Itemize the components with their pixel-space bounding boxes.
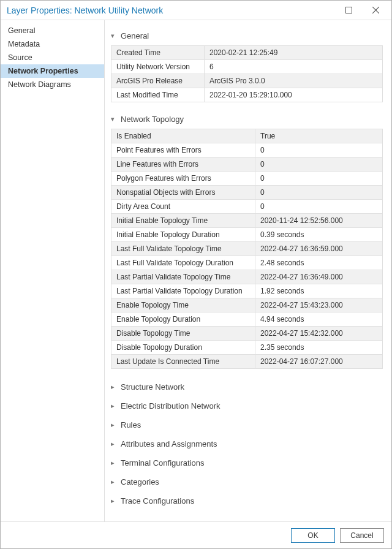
ok-button[interactable]: OK [291, 528, 335, 543]
sidebar-item-metadata[interactable]: Metadata [1, 37, 104, 51]
section-general: ▾ General Created Time2020-02-21 12:25:4… [111, 28, 383, 102]
section-title: Rules [121, 420, 141, 430]
section-title: Network Topology [121, 115, 184, 124]
property-key: Initial Enable Topology Duration [111, 228, 255, 242]
property-value: 2020-11-24 12:52:56.000 [255, 214, 383, 228]
sidebar-item-network-properties[interactable]: Network Properties [1, 64, 104, 78]
property-key: Last Update Is Connected Time [111, 355, 255, 369]
property-value: 0 [255, 172, 383, 186]
property-value: 0 [255, 186, 383, 200]
sidebar-item-source[interactable]: Source [1, 51, 104, 64]
table-row: Polygon Features with Errors0 [111, 172, 383, 186]
section-header-collapsed[interactable]: ▸Electric Distribution Network [111, 396, 383, 415]
property-key: Enable Topology Time [111, 298, 255, 312]
property-key: Initial Enable Topology Time [111, 214, 255, 228]
property-value: 1.92 seconds [255, 284, 383, 298]
property-key: Created Time [111, 46, 205, 60]
svg-rect-0 [345, 7, 352, 13]
table-row: Nonspatial Objects with Errors0 [111, 186, 383, 200]
chevron-right-icon: ▸ [111, 459, 118, 467]
table-row: Last Partial Validate Topology Duration1… [111, 284, 383, 298]
section-title: General [121, 31, 149, 40]
collapsed-sections: ▸Structure Network▸Electric Distribution… [111, 377, 383, 510]
table-row: Last Partial Validate Topology Time2022-… [111, 270, 383, 284]
chevron-right-icon: ▸ [111, 402, 118, 410]
property-key: Last Full Validate Topology Time [111, 242, 255, 256]
dialog-footer: OK Cancel [1, 521, 391, 548]
table-row: Last Full Validate Topology Duration2.48… [111, 256, 383, 270]
dialog-body: General Metadata Source Network Properti… [1, 20, 391, 521]
section-header-collapsed[interactable]: ▸Terminal Configurations [111, 453, 383, 472]
table-row: Dirty Area Count0 [111, 200, 383, 214]
chevron-right-icon: ▸ [111, 440, 118, 448]
table-row: Initial Enable Topology Duration0.39 sec… [111, 228, 383, 242]
property-key: Last Partial Validate Topology Duration [111, 284, 255, 298]
section-title: Structure Network [121, 382, 184, 392]
sidebar-item-label: Metadata [8, 40, 40, 48]
property-value: 0 [255, 200, 383, 214]
property-value: 2022-04-27 15:42:32.000 [255, 327, 383, 341]
property-value: 2022-01-20 15:29:10.000 [205, 88, 383, 102]
section-header-collapsed[interactable]: ▸Categories [111, 472, 383, 491]
property-key: Last Full Validate Topology Duration [111, 256, 255, 270]
property-value: 0.39 seconds [255, 228, 383, 242]
chevron-down-icon: ▾ [111, 32, 118, 40]
property-value: 2.48 seconds [255, 256, 383, 270]
property-key: Polygon Features with Errors [111, 172, 255, 186]
section-title: Trace Configurations [121, 496, 194, 505]
section-header-collapsed[interactable]: ▸Rules [111, 415, 383, 434]
property-key: Enable Topology Duration [111, 312, 255, 327]
section-header-collapsed[interactable]: ▸Structure Network [111, 377, 383, 396]
chevron-right-icon: ▸ [111, 383, 118, 391]
chevron-right-icon: ▸ [111, 421, 118, 429]
chevron-down-icon: ▾ [111, 115, 118, 123]
property-key: Dirty Area Count [111, 200, 255, 214]
property-value: 2022-04-27 16:07:27.000 [255, 355, 383, 369]
content-pane: ▾ General Created Time2020-02-21 12:25:4… [105, 20, 391, 521]
table-row: Enable Topology Duration4.94 seconds [111, 312, 383, 327]
table-network-topology: Is EnabledTruePoint Features with Errors… [111, 129, 383, 369]
property-value: 2020-02-21 12:25:49 [205, 46, 383, 60]
property-key: Line Features with Errors [111, 157, 255, 172]
cancel-button[interactable]: Cancel [340, 528, 384, 543]
table-row: Last Modified Time2022-01-20 15:29:10.00… [111, 88, 383, 102]
property-key: Disable Topology Time [111, 327, 255, 341]
property-value: 0 [255, 143, 383, 157]
property-value: 2022-04-27 16:36:59.000 [255, 242, 383, 256]
close-icon [372, 7, 379, 13]
maximize-button[interactable] [335, 1, 362, 20]
property-key: Last Modified Time [111, 88, 205, 102]
button-label: OK [307, 531, 318, 540]
section-header-network-topology[interactable]: ▾ Network Topology [111, 111, 383, 129]
dialog-title: Layer Properties: Network Utility Networ… [7, 6, 335, 15]
property-value: 6 [205, 60, 383, 74]
section-title: Categories [121, 477, 159, 487]
close-button[interactable] [362, 1, 389, 20]
property-value: 2022-04-27 16:36:49.000 [255, 270, 383, 284]
sidebar-item-general[interactable]: General [1, 24, 104, 37]
section-title: Terminal Configurations [121, 458, 205, 468]
table-row: Last Update Is Connected Time2022-04-27 … [111, 355, 383, 369]
property-value: 2.35 seconds [255, 341, 383, 355]
section-network-topology: ▾ Network Topology Is EnabledTruePoint F… [111, 111, 383, 369]
table-row: Point Features with Errors0 [111, 143, 383, 157]
section-header-collapsed[interactable]: ▸Trace Configurations [111, 491, 383, 510]
table-row: Is EnabledTrue [111, 129, 383, 143]
sidebar-item-network-diagrams[interactable]: Network Diagrams [1, 78, 104, 91]
chevron-right-icon: ▸ [111, 497, 118, 505]
chevron-right-icon: ▸ [111, 478, 118, 486]
property-key: Point Features with Errors [111, 143, 255, 157]
sidebar-item-label: General [8, 26, 35, 35]
section-title: Electric Distribution Network [121, 401, 221, 411]
button-label: Cancel [350, 531, 373, 540]
table-row: ArcGIS Pro ReleaseArcGIS Pro 3.0.0 [111, 74, 383, 88]
titlebar: Layer Properties: Network Utility Networ… [1, 1, 391, 20]
property-key: Utility Network Version [111, 60, 205, 74]
section-header-general[interactable]: ▾ General [111, 28, 383, 45]
sidebar: General Metadata Source Network Properti… [1, 20, 105, 521]
sidebar-item-label: Network Diagrams [8, 80, 71, 89]
property-key: ArcGIS Pro Release [111, 74, 205, 88]
table-row: Enable Topology Time2022-04-27 15:43:23.… [111, 298, 383, 312]
table-row: Disable Topology Time2022-04-27 15:42:32… [111, 327, 383, 341]
section-header-collapsed[interactable]: ▸Attributes and Assignments [111, 434, 383, 453]
